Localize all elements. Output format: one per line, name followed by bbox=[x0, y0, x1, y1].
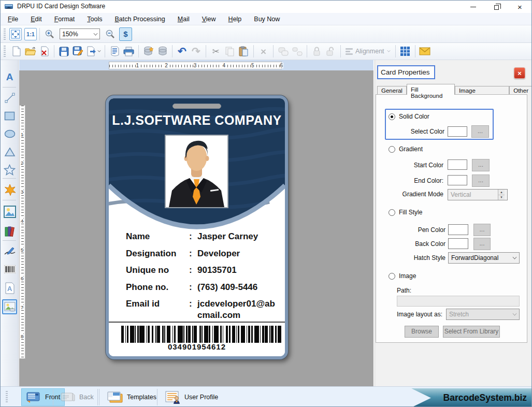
rectangle-tool[interactable] bbox=[2, 108, 17, 123]
path-input[interactable] bbox=[397, 296, 520, 307]
close-button[interactable]: × bbox=[508, 1, 531, 13]
start-color-input[interactable] bbox=[448, 159, 467, 170]
back-color-input[interactable] bbox=[448, 238, 468, 249]
save-button[interactable] bbox=[57, 45, 71, 59]
barcode-bar bbox=[241, 326, 245, 343]
solid-color-radio[interactable] bbox=[389, 113, 395, 120]
card-field-row[interactable]: Name:Jasper Carney bbox=[126, 231, 277, 242]
delete-card-button[interactable] bbox=[37, 45, 51, 59]
menu-item-batch-processing[interactable]: Batch Processing bbox=[108, 13, 171, 25]
grid-button[interactable] bbox=[398, 45, 412, 59]
hatch-style-select[interactable]: ForwardDiagonal bbox=[448, 252, 520, 264]
watermark-tool[interactable]: A bbox=[2, 281, 17, 296]
menu-item-mail[interactable]: Mail bbox=[171, 13, 196, 25]
zoom-level-select[interactable]: 150% bbox=[60, 28, 100, 39]
panel-close-button[interactable]: × bbox=[514, 67, 525, 79]
actual-size-button[interactable]: 1:1 bbox=[24, 28, 37, 40]
open-button[interactable] bbox=[23, 45, 37, 59]
menu-item-tools[interactable]: Tools bbox=[81, 13, 108, 25]
browse-button[interactable]: Browse bbox=[405, 326, 439, 338]
barcode-tool[interactable] bbox=[2, 261, 17, 277]
paste-button[interactable] bbox=[237, 45, 251, 59]
design-canvas[interactable]: 123456 12345678 L.J.SOFTWARE COMPA bbox=[19, 60, 373, 386]
triangle-tool[interactable] bbox=[2, 144, 17, 159]
copy-button[interactable] bbox=[223, 45, 237, 59]
clipart-tool[interactable] bbox=[2, 182, 17, 197]
spinner-arrows[interactable]: ▲▼ bbox=[498, 190, 505, 200]
zoom-out-button[interactable] bbox=[103, 27, 117, 41]
print-button[interactable] bbox=[122, 45, 136, 59]
user-profile-button[interactable]: User Profile bbox=[161, 388, 222, 406]
delete-object-button[interactable]: × bbox=[256, 45, 270, 59]
cut-button[interactable]: ✂ bbox=[209, 45, 223, 59]
gradient-mode-select[interactable]: Vertical ▲▼ bbox=[448, 189, 508, 200]
end-color-input[interactable] bbox=[448, 175, 467, 185]
card-field-row[interactable]: Unique no:90135701 bbox=[126, 265, 277, 276]
star-tool[interactable] bbox=[2, 162, 17, 177]
database-connect-button[interactable] bbox=[141, 45, 155, 59]
library-tool[interactable] bbox=[2, 224, 17, 239]
employee-photo[interactable] bbox=[165, 135, 228, 208]
toolbar-grip[interactable] bbox=[4, 28, 6, 40]
menu-item-file[interactable]: File bbox=[2, 13, 24, 25]
picture-tool[interactable] bbox=[2, 204, 17, 219]
spinner-up-icon[interactable]: ▲ bbox=[498, 190, 505, 195]
menu-item-format[interactable]: Format bbox=[48, 13, 81, 25]
alignment-button[interactable]: Alignment bbox=[343, 48, 393, 55]
menu-item-help[interactable]: Help bbox=[222, 13, 248, 25]
tab-other[interactable]: Other bbox=[509, 86, 532, 95]
new-button[interactable] bbox=[9, 45, 23, 59]
lock-button[interactable] bbox=[310, 45, 324, 59]
select-color-input[interactable] bbox=[448, 126, 467, 137]
gradient-radio[interactable] bbox=[389, 146, 395, 153]
barcode[interactable] bbox=[121, 326, 284, 343]
back-view-button[interactable]: Back bbox=[56, 388, 98, 406]
menu-item-edit[interactable]: Edit bbox=[24, 13, 48, 25]
group-button[interactable] bbox=[276, 45, 290, 59]
redo-button[interactable]: ↷ bbox=[189, 45, 203, 59]
tab-general[interactable]: General bbox=[377, 86, 407, 95]
mail-button[interactable] bbox=[418, 45, 432, 59]
back-color-browse-button[interactable]: ... bbox=[473, 238, 491, 250]
restore-button[interactable] bbox=[485, 1, 508, 13]
tab-fill-background[interactable]: Fill Background bbox=[407, 84, 455, 95]
unlock-button[interactable] bbox=[324, 45, 338, 59]
fill-style-radio[interactable] bbox=[389, 209, 395, 216]
badge-slot bbox=[172, 104, 221, 109]
database-button[interactable] bbox=[155, 45, 169, 59]
menu-item-view[interactable]: View bbox=[196, 13, 222, 25]
barcode-bar bbox=[125, 326, 126, 343]
zoom-in-button[interactable] bbox=[42, 27, 56, 41]
start-color-browse-button[interactable]: ... bbox=[472, 159, 490, 171]
select-color-browse-button[interactable]: ... bbox=[471, 125, 489, 138]
menu-item-buy-now[interactable]: Buy Now bbox=[248, 13, 286, 25]
end-color-browse-button[interactable]: ... bbox=[472, 175, 490, 187]
select-from-library-button[interactable]: Select From Library bbox=[443, 326, 500, 338]
export-button[interactable] bbox=[85, 45, 102, 59]
line-tool[interactable] bbox=[2, 90, 17, 105]
image-radio[interactable] bbox=[389, 273, 395, 280]
fit-page-button[interactable] bbox=[9, 28, 22, 40]
spinner-down-icon[interactable]: ▼ bbox=[498, 195, 505, 200]
card-field-row[interactable]: Designation:Developer bbox=[126, 248, 277, 259]
pen-color-browse-button[interactable]: ... bbox=[473, 224, 491, 236]
templates-button[interactable]: Templates bbox=[103, 388, 161, 406]
signature-tool[interactable] bbox=[2, 243, 17, 258]
card-field-row[interactable]: Phone no.:(763) 409-5446 bbox=[126, 282, 277, 293]
pen-color-input[interactable] bbox=[448, 224, 468, 235]
id-card[interactable]: L.J.SOFTWARE COMPANY bbox=[106, 95, 288, 359]
card-field-row[interactable]: Email id:jcdeveloper01@abcmail.com bbox=[126, 298, 277, 321]
ellipse-tool[interactable] bbox=[2, 126, 17, 141]
image-placeholder-tool[interactable] bbox=[2, 299, 17, 314]
toolbar-grip[interactable] bbox=[6, 391, 8, 402]
minimize-button[interactable] bbox=[462, 1, 485, 13]
currency-button[interactable]: $ bbox=[119, 27, 132, 41]
save-as-button[interactable] bbox=[71, 45, 85, 59]
toolbar-grip[interactable] bbox=[4, 46, 6, 57]
ungroup-button[interactable] bbox=[290, 45, 304, 59]
undo-button[interactable]: ↶ bbox=[175, 45, 189, 59]
print-preview-button[interactable] bbox=[108, 45, 122, 59]
text-tool[interactable]: A bbox=[2, 69, 17, 84]
tab-image-processing[interactable]: Image Processing bbox=[455, 86, 509, 95]
image-layout-select[interactable]: Stretch bbox=[446, 309, 520, 320]
